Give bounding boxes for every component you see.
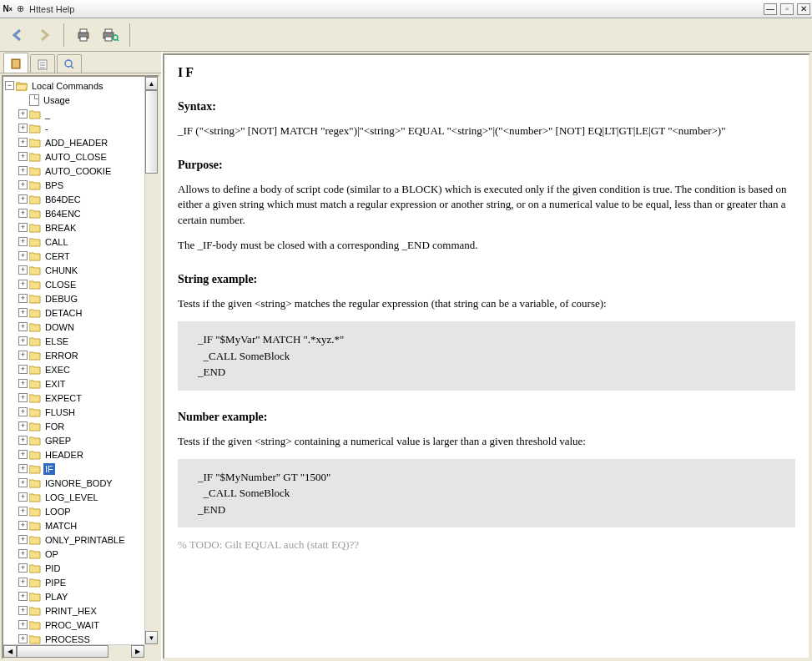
back-button[interactable] <box>5 23 30 48</box>
tree-item[interactable]: +DOWN <box>18 320 158 334</box>
tree-item[interactable]: +DETACH <box>18 305 158 320</box>
tree-item[interactable]: +LOOP <box>18 504 158 518</box>
expand-icon[interactable]: + <box>18 280 28 289</box>
expand-icon[interactable]: + <box>18 109 28 119</box>
tree-item-usage[interactable]: Usage <box>18 93 158 107</box>
expand-icon[interactable]: + <box>18 152 28 161</box>
tree-item[interactable]: +IGNORE_BODY <box>18 476 158 490</box>
expand-icon[interactable]: + <box>18 450 28 459</box>
expand-icon[interactable]: + <box>18 535 28 544</box>
expand-icon[interactable]: + <box>18 308 28 317</box>
collapse-icon[interactable]: − <box>5 81 14 90</box>
scroll-up-button[interactable]: ▲ <box>145 77 158 90</box>
tab-index[interactable] <box>30 54 55 73</box>
expand-icon[interactable]: + <box>18 223 28 232</box>
tree-item[interactable]: +CALL <box>18 235 158 249</box>
minimize-button[interactable]: — <box>764 3 777 15</box>
expand-icon[interactable]: + <box>18 421 28 431</box>
tree-item[interactable]: +FLUSH <box>18 405 158 419</box>
expand-icon[interactable]: + <box>18 407 28 416</box>
scroll-left-button[interactable]: ◀ <box>3 645 17 658</box>
tree-item[interactable]: +B64ENC <box>18 206 158 220</box>
tree-item[interactable]: +EXIT <box>18 376 158 391</box>
tree-item[interactable]: +CLOSE <box>18 277 158 291</box>
print-button[interactable] <box>71 23 96 48</box>
tree-item[interactable]: +ADD_HEADER <box>18 135 158 149</box>
tree-item[interactable]: +GREP <box>18 433 158 447</box>
expand-icon[interactable]: + <box>18 251 28 260</box>
expand-icon[interactable]: + <box>18 138 28 147</box>
close-button[interactable]: ✕ <box>797 3 810 15</box>
expand-icon[interactable]: + <box>18 578 28 587</box>
tree-item[interactable]: +DEBUG <box>18 291 158 305</box>
expand-icon[interactable]: + <box>18 606 28 615</box>
tab-search[interactable] <box>57 54 82 73</box>
forward-button[interactable] <box>32 23 57 48</box>
pin-icon[interactable]: ⊕ <box>17 3 24 14</box>
tree-item[interactable]: +ERROR <box>18 348 158 362</box>
tree-item[interactable]: +ONLY_PRINTABLE <box>18 532 158 547</box>
expand-icon[interactable]: + <box>18 492 28 502</box>
tree-item[interactable]: +ELSE <box>18 334 158 348</box>
tree-root-item[interactable]: − Local Commands <box>5 78 158 93</box>
expand-icon[interactable]: + <box>18 634 28 643</box>
tree-item[interactable]: +EXPECT <box>18 391 158 405</box>
expand-icon[interactable]: + <box>18 379 28 388</box>
expand-icon[interactable]: + <box>18 365 28 374</box>
expand-icon[interactable]: + <box>18 436 28 445</box>
expand-icon[interactable]: + <box>18 336 28 346</box>
expand-icon[interactable]: + <box>18 265 28 275</box>
expand-icon[interactable]: + <box>18 521 28 530</box>
tree-item[interactable]: +OP <box>18 547 158 561</box>
tree-item[interactable]: +CERT <box>18 249 158 263</box>
tree-item[interactable]: +PLAY <box>18 589 158 603</box>
expand-icon[interactable]: + <box>18 351 28 360</box>
toolbar <box>0 18 812 52</box>
tree-item[interactable]: +PIPE <box>18 575 158 589</box>
expand-icon[interactable]: + <box>18 478 28 487</box>
tree-item[interactable]: +PRINT_HEX <box>18 603 158 618</box>
tree-item[interactable]: +AUTO_CLOSE <box>18 149 158 164</box>
tree-vscrollbar[interactable]: ▲ ▼ <box>144 77 158 644</box>
tree-item[interactable]: +EXEC <box>18 362 158 376</box>
tree-item[interactable]: +PID <box>18 561 158 575</box>
expand-icon[interactable]: + <box>18 194 28 204</box>
expand-icon[interactable]: + <box>18 322 28 331</box>
tree-item[interactable]: +B64DEC <box>18 192 158 206</box>
expand-icon[interactable]: + <box>18 180 28 189</box>
tree-item[interactable]: +FOR <box>18 419 158 433</box>
tree-item[interactable]: +BPS <box>18 178 158 192</box>
tree-hscrollbar[interactable]: ◀ ▶ <box>3 644 144 658</box>
tree-item[interactable]: +BREAK <box>18 220 158 235</box>
scroll-down-button[interactable]: ▼ <box>145 631 158 644</box>
tree-item[interactable]: +LOG_LEVEL <box>18 490 158 504</box>
tree-item[interactable]: +PROC_WAIT <box>18 618 158 632</box>
tree-item[interactable]: +_ <box>18 107 158 121</box>
expand-icon[interactable]: + <box>18 507 28 516</box>
expand-icon[interactable]: + <box>18 592 28 601</box>
expand-icon[interactable]: + <box>18 620 28 629</box>
tree-item[interactable]: +AUTO_COOKIE <box>18 164 158 178</box>
expand-icon[interactable]: + <box>18 464 28 473</box>
scroll-right-button[interactable]: ▶ <box>131 645 144 658</box>
expand-icon[interactable]: + <box>18 563 28 573</box>
tree-item[interactable]: +MATCH <box>18 518 158 532</box>
tree-item[interactable]: +CHUNK <box>18 263 158 277</box>
expand-icon[interactable]: + <box>18 393 28 402</box>
expand-icon[interactable]: + <box>18 237 28 246</box>
hscroll-thumb[interactable] <box>17 645 108 658</box>
number-example-text: Tests if the given <string> containing a… <box>178 434 795 449</box>
tree-item[interactable]: +IF <box>18 462 158 476</box>
tree-item[interactable]: +HEADER <box>18 447 158 462</box>
tree-item[interactable]: +- <box>18 121 158 135</box>
tree-view[interactable]: − Local Commands Usage +_+-+ADD_HEADER+A… <box>3 77 158 658</box>
expand-icon[interactable]: + <box>18 549 28 558</box>
scroll-thumb[interactable] <box>145 90 158 174</box>
tab-contents[interactable] <box>3 53 28 73</box>
expand-icon[interactable]: + <box>18 166 28 175</box>
print-preview-button[interactable] <box>98 23 123 48</box>
expand-icon[interactable]: + <box>18 209 28 218</box>
expand-icon[interactable]: + <box>18 294 28 303</box>
maximize-button[interactable]: ▫ <box>780 3 794 15</box>
expand-icon[interactable]: + <box>18 124 28 133</box>
